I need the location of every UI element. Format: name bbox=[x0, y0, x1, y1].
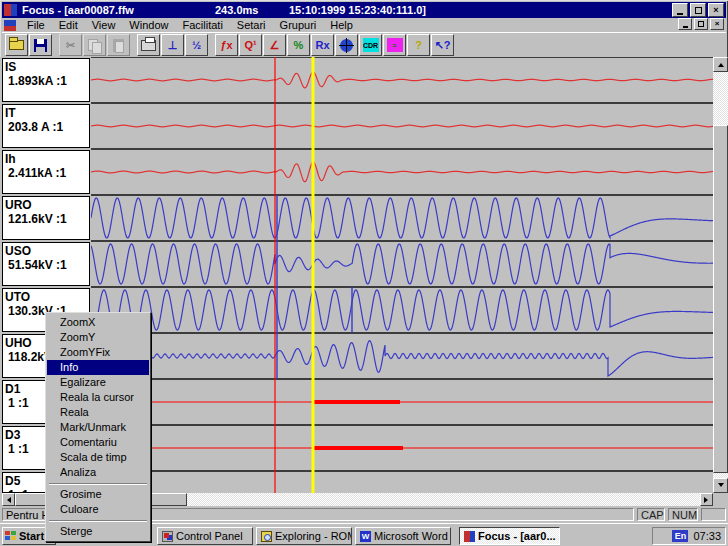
context-help-icon: ↖? bbox=[435, 40, 451, 51]
open-icon bbox=[9, 40, 24, 50]
context-item-sterge[interactable]: Sterge bbox=[47, 524, 149, 539]
save-button[interactable] bbox=[29, 34, 52, 56]
copy-button bbox=[83, 34, 106, 56]
close-button[interactable]: × bbox=[708, 3, 724, 17]
channel-scale: 121.6kV :1 bbox=[5, 212, 89, 226]
function-button[interactable]: ƒx bbox=[215, 34, 238, 56]
minimize-icon bbox=[677, 13, 683, 15]
document-icon[interactable] bbox=[4, 20, 16, 31]
channel-label-IS[interactable]: IS1.893kA :1 bbox=[2, 58, 90, 102]
scroll-right-button[interactable] bbox=[700, 493, 713, 506]
save-icon bbox=[34, 39, 47, 52]
cdr-icon: CDR bbox=[363, 38, 379, 52]
window-title: Focus - [aar00087.ffw bbox=[22, 4, 134, 16]
channel-scale: 203.8 A :1 bbox=[5, 120, 89, 134]
context-item-mark-unmark[interactable]: Mark/Unmark bbox=[47, 420, 149, 435]
copy-icon bbox=[88, 39, 101, 52]
menu-grupuri[interactable]: Grupuri bbox=[273, 19, 324, 31]
cdr-button[interactable]: CDR bbox=[359, 34, 382, 56]
app-icon[interactable] bbox=[4, 4, 17, 16]
channel-name: IS bbox=[5, 60, 89, 74]
arrow-left-icon bbox=[4, 497, 11, 503]
title-bar: Focus - [aar00087.ffw 243.0ms 15:10:1999… bbox=[2, 2, 726, 18]
help-icon: ? bbox=[415, 40, 422, 51]
scroll-left-button[interactable] bbox=[2, 493, 15, 506]
channel-name: Ih bbox=[5, 152, 89, 166]
print-button[interactable] bbox=[137, 34, 160, 56]
open-button[interactable] bbox=[5, 34, 28, 56]
restore-button[interactable] bbox=[690, 3, 706, 17]
percent-button[interactable]: % bbox=[287, 34, 310, 56]
context-help-button[interactable]: ↖? bbox=[431, 34, 454, 56]
system-tray: En 07:33 bbox=[652, 527, 726, 545]
menu-facilitati[interactable]: Facilitati bbox=[175, 19, 229, 31]
taskbar-button-cp[interactable]: Control Panel bbox=[157, 527, 253, 545]
word-icon: W bbox=[360, 531, 371, 542]
title-elapsed-time: 243.0ms bbox=[215, 4, 258, 16]
cut-button: ✂ bbox=[59, 34, 82, 56]
context-item-zoomx[interactable]: ZoomX bbox=[47, 315, 149, 330]
plot-button[interactable]: ∠ bbox=[263, 34, 286, 56]
channel-name: UTO bbox=[5, 290, 89, 304]
child-close-button[interactable]: × bbox=[710, 18, 724, 30]
vertical-scroll-thumb[interactable] bbox=[713, 125, 728, 473]
print-icon bbox=[141, 40, 156, 51]
context-item-zoomy[interactable]: ZoomY bbox=[47, 330, 149, 345]
menu-view[interactable]: View bbox=[85, 19, 123, 31]
windows-logo-icon bbox=[5, 531, 16, 541]
channel-name: IT bbox=[5, 106, 89, 120]
vertical-scrollbar[interactable] bbox=[713, 57, 728, 493]
taskbar-button-word[interactable]: WMicrosoft Word bbox=[355, 527, 451, 545]
context-item-reala-la-cursor[interactable]: Reala la cursor bbox=[47, 390, 149, 405]
spectrum-icon: ≈ bbox=[387, 38, 403, 52]
explorer-icon bbox=[261, 531, 272, 542]
child-restore-button[interactable] bbox=[694, 18, 708, 30]
menu-help[interactable]: Help bbox=[323, 19, 360, 31]
steps-icon: ½ bbox=[192, 40, 201, 51]
channel-label-Ih[interactable]: Ih2.411kA :1 bbox=[2, 150, 90, 194]
target-button[interactable] bbox=[335, 34, 358, 56]
context-item-grosime[interactable]: Grosime bbox=[47, 487, 149, 502]
plot-icon: ∠ bbox=[270, 40, 280, 51]
steps-button[interactable]: ½ bbox=[185, 34, 208, 56]
num-lock-indicator: NUM bbox=[668, 508, 698, 521]
menu-window[interactable]: Window bbox=[122, 19, 175, 31]
clock[interactable]: 07:33 bbox=[693, 530, 721, 542]
child-minimize-button[interactable] bbox=[678, 18, 692, 30]
channel-label-IT[interactable]: IT203.8 A :1 bbox=[2, 104, 90, 148]
context-item-analiza[interactable]: Analiza bbox=[47, 465, 149, 480]
quality-button[interactable]: Q¹ bbox=[239, 34, 262, 56]
waveform-plot[interactable] bbox=[91, 57, 713, 493]
keyboard-language-indicator[interactable]: En bbox=[672, 530, 688, 542]
menu-edit[interactable]: Edit bbox=[52, 19, 85, 31]
context-item-reala[interactable]: Reala bbox=[47, 405, 149, 420]
child-close-icon: × bbox=[715, 20, 720, 28]
child-restore-icon bbox=[698, 21, 704, 27]
context-item-zoomyfix[interactable]: ZoomYFix bbox=[47, 345, 149, 360]
context-item-info[interactable]: Info bbox=[47, 360, 149, 375]
channel-label-URO[interactable]: URO121.6kV :1 bbox=[2, 196, 90, 240]
context-item-comentariu[interactable]: Comentariu bbox=[47, 435, 149, 450]
menu-separator bbox=[47, 480, 149, 487]
scroll-up-button[interactable] bbox=[713, 57, 728, 72]
taskbar-button-focus[interactable]: Focus - [aar0... bbox=[459, 527, 560, 545]
menu-bar: FileEditViewWindowFacilitatiSetariGrupur… bbox=[2, 18, 726, 32]
menu-setari[interactable]: Setari bbox=[230, 19, 273, 31]
cut-icon: ✂ bbox=[66, 40, 75, 51]
channel-scale: 1.893kA :1 bbox=[5, 74, 89, 88]
spectrum-button[interactable]: ≈ bbox=[383, 34, 406, 56]
measure-button[interactable]: ⊥ bbox=[161, 34, 184, 56]
child-minimize-icon bbox=[683, 26, 688, 28]
context-item-scala-de-timp[interactable]: Scala de timp bbox=[47, 450, 149, 465]
menu-file[interactable]: File bbox=[20, 19, 52, 31]
paste-icon bbox=[113, 39, 124, 52]
taskbar-button-explorer[interactable]: Exploring - ROM... bbox=[256, 527, 352, 545]
channel-label-USO[interactable]: USO51.54kV :1 bbox=[2, 242, 90, 286]
help-button[interactable]: ? bbox=[407, 34, 430, 56]
minimize-button[interactable] bbox=[672, 3, 688, 17]
scroll-down-button[interactable] bbox=[713, 478, 728, 493]
task-label: Control Panel bbox=[176, 530, 243, 542]
context-item-egalizare[interactable]: Egalizare bbox=[47, 375, 149, 390]
relay-button[interactable]: Rx bbox=[311, 34, 334, 56]
context-item-culoare[interactable]: Culoare bbox=[47, 502, 149, 517]
